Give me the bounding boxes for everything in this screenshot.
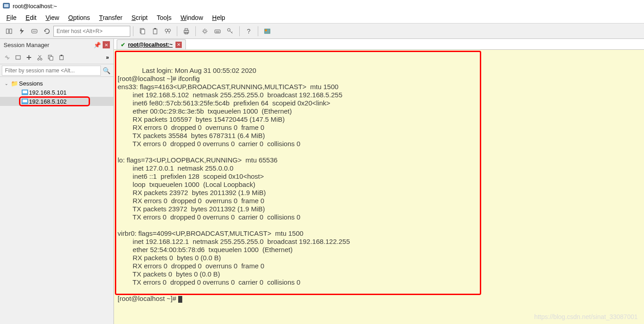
menu-edit[interactable]: Edit xyxy=(26,14,37,21)
svg-point-14 xyxy=(204,30,206,33)
terminal-text: Last login: Mon Aug 31 00:55:02 2020 [ro… xyxy=(118,67,350,302)
svg-rect-24 xyxy=(50,57,53,60)
tab-bar: ✔ root@localhost:~ ✕ xyxy=(114,39,644,50)
session-item[interactable]: 192.168.5.101 xyxy=(0,88,114,97)
menu-transfer[interactable]: Transfer xyxy=(99,14,123,21)
svg-rect-30 xyxy=(23,100,27,102)
cut-icon[interactable] xyxy=(34,52,45,63)
terminal-icon xyxy=(21,99,29,104)
help-button[interactable]: ? xyxy=(243,25,255,37)
toolbar-separator xyxy=(239,26,240,36)
svg-rect-15 xyxy=(215,30,220,33)
link-icon[interactable] xyxy=(2,52,13,63)
sessions-button[interactable] xyxy=(3,25,15,37)
toolbar-separator xyxy=(258,26,258,36)
menu-view[interactable]: View xyxy=(46,14,59,21)
tab-active[interactable]: ✔ root@localhost:~ ✕ xyxy=(117,39,186,49)
svg-rect-25 xyxy=(60,56,63,60)
search-icon[interactable]: 🔍 xyxy=(101,67,112,74)
svg-point-21 xyxy=(38,58,39,60)
copy-session-icon[interactable] xyxy=(45,52,56,63)
paste-button[interactable] xyxy=(149,25,161,37)
svg-rect-6 xyxy=(141,29,145,34)
svg-rect-20 xyxy=(16,56,20,59)
svg-rect-7 xyxy=(153,29,157,34)
settings-button[interactable] xyxy=(199,25,211,37)
svg-rect-8 xyxy=(154,28,156,29)
session-filter-input[interactable] xyxy=(2,66,101,76)
session-item-selected[interactable]: 192.168.5.102 xyxy=(0,97,114,106)
pin-icon[interactable]: 📌 xyxy=(94,42,101,48)
menu-window[interactable]: Window xyxy=(180,14,203,21)
tree-root[interactable]: ⌄ 📁 Sessions xyxy=(0,79,114,88)
print-button[interactable] xyxy=(180,25,192,37)
terminal-output[interactable]: Last login: Mon Aug 31 00:55:02 2020 [ro… xyxy=(114,50,644,324)
add-icon[interactable] xyxy=(24,52,34,63)
toolbar-separator xyxy=(177,26,177,36)
svg-rect-1 xyxy=(4,4,9,7)
session-tree[interactable]: ⌄ 📁 Sessions 192.168.5.101 192.168.5.102 xyxy=(0,77,114,324)
connected-icon: ✔ xyxy=(121,42,125,48)
terminal-icon xyxy=(21,90,29,95)
watermark: https://blog.csdn.net/sinat_33087001 xyxy=(534,313,638,320)
new-session-icon[interactable] xyxy=(13,52,24,63)
toolbar-separator xyxy=(133,26,133,36)
find-button[interactable] xyxy=(162,25,174,37)
key-button[interactable] xyxy=(224,25,236,37)
session-item-label: 192.168.5.101 xyxy=(29,89,66,96)
toolbar-separator xyxy=(195,26,196,36)
svg-point-22 xyxy=(40,58,42,60)
connect-button[interactable] xyxy=(28,25,40,37)
tab-title: root@localhost:~ xyxy=(128,42,173,48)
menu-bar: File Edit View Options Transfer Script T… xyxy=(0,12,644,24)
menu-options[interactable]: Options xyxy=(68,14,90,21)
content-area: ✔ root@localhost:~ ✕ Last login: Mon Aug… xyxy=(114,39,644,324)
session-manager-header: Session Manager 📌 ✕ xyxy=(0,39,114,51)
window-title: root@localhost:~ xyxy=(13,3,57,10)
copy-button[interactable] xyxy=(137,25,148,37)
svg-rect-28 xyxy=(23,91,27,93)
svg-rect-2 xyxy=(6,29,9,33)
paste-session-icon[interactable] xyxy=(56,52,67,63)
host-input[interactable] xyxy=(53,26,130,37)
svg-point-10 xyxy=(168,29,170,32)
session-manager-panel: Session Manager 📌 ✕ » 🔍 ⌄ 📁 Sessions xyxy=(0,39,114,324)
svg-point-9 xyxy=(165,29,168,32)
menu-file[interactable]: File xyxy=(6,14,17,21)
terminal-cursor xyxy=(178,296,182,303)
close-panel-button[interactable]: ✕ xyxy=(103,41,110,48)
main-area: Session Manager 📌 ✕ » 🔍 ⌄ 📁 Sessions xyxy=(0,39,644,324)
folder-icon: 📁 xyxy=(11,80,19,87)
svg-text:?: ? xyxy=(247,28,251,35)
title-bar: root@localhost:~ xyxy=(0,0,644,12)
app-icon xyxy=(3,2,10,10)
menu-help[interactable]: Help xyxy=(212,14,225,21)
tab-close-button[interactable]: ✕ xyxy=(175,42,182,48)
svg-rect-19 xyxy=(265,29,267,31)
toolbar: ? xyxy=(0,24,644,39)
svg-rect-3 xyxy=(9,29,12,33)
keyboard-button[interactable] xyxy=(212,25,223,37)
misc-button[interactable] xyxy=(261,25,273,37)
menu-script[interactable]: Script xyxy=(132,14,148,21)
tree-root-label: Sessions xyxy=(19,80,43,87)
session-manager-toolbar: » xyxy=(0,51,114,64)
svg-rect-12 xyxy=(185,29,188,30)
session-manager-title: Session Manager xyxy=(4,42,49,48)
chevron-down-icon[interactable]: ⌄ xyxy=(5,81,11,86)
svg-rect-26 xyxy=(61,55,62,56)
menu-tools[interactable]: Tools xyxy=(157,14,172,21)
more-icon[interactable]: » xyxy=(103,54,112,61)
session-item-label: 192.168.5.102 xyxy=(29,98,66,105)
session-filter: 🔍 xyxy=(0,64,114,77)
reconnect-button[interactable] xyxy=(41,25,53,37)
quick-connect-button[interactable] xyxy=(16,25,28,37)
